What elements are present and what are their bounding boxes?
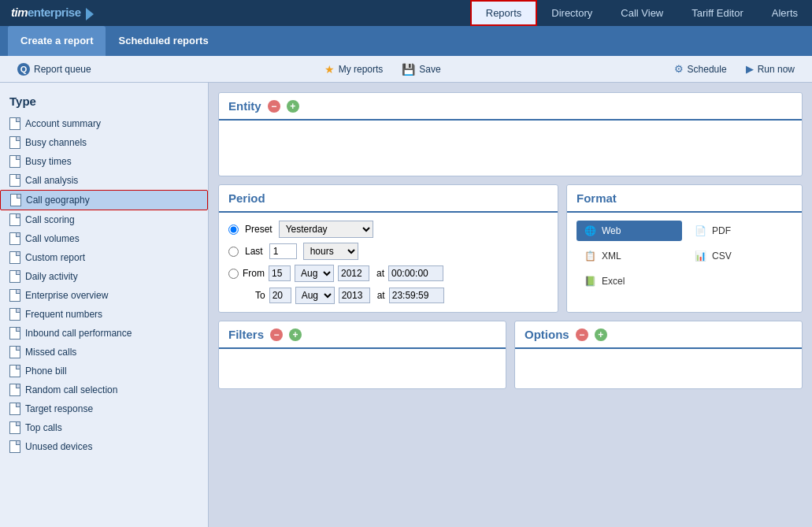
schedule-label: Schedule [688,64,727,75]
schedule-button[interactable]: ⚙ Schedule [665,56,736,82]
floppy-icon: 💾 [402,63,415,76]
format-title: Format [577,191,617,205]
nav-item-alerts[interactable]: Alerts [758,0,812,26]
doc-icon [9,155,20,168]
options-remove-button[interactable]: − [576,328,588,341]
to-at-label: at [377,290,385,301]
to-day-input[interactable] [269,288,291,303]
sidebar-item-call-volumes[interactable]: Call volumes [0,229,208,248]
sidebar-item-frequent-numbers[interactable]: Frequent numbers [0,305,208,324]
doc-icon [9,403,20,415]
to-month-select[interactable]: Aug [295,287,335,304]
format-csv-button[interactable]: 📊 CSV [687,246,792,266]
main-layout: Type Account summary Busy channels Busy … [0,83,812,527]
nav-item-directory[interactable]: Directory [537,0,606,26]
tab-scheduled-reports[interactable]: Scheduled reports [106,26,221,56]
sidebar-title: Type [0,91,208,114]
doc-icon [9,327,20,340]
sidebar-item-call-geography[interactable]: Call geography [0,190,208,210]
nav-item-tariff[interactable]: Tariff Editor [677,0,758,26]
period-panel: Period Preset Yesterday Last [218,184,558,313]
sidebar-item-top-calls[interactable]: Top calls [0,418,208,437]
from-at-label: at [376,268,384,279]
last-value-input[interactable] [269,243,297,259]
sidebar-item-custom-report[interactable]: Custom report [0,248,208,267]
sidebar-item-phone-bill[interactable]: Phone bill [0,362,208,380]
run-icon: ▶ [746,63,754,75]
sidebar-item-unused-devices[interactable]: Unused devices [0,437,208,456]
from-radio[interactable] [228,269,239,279]
save-button[interactable]: 💾 Save [392,56,450,82]
format-panel-body: 🌐 Web 📄 PDF 📋 XML 📊 [567,213,802,299]
sidebar-item-call-scoring[interactable]: Call scoring [0,210,208,229]
my-reports-button[interactable]: ★ My reports [315,56,393,82]
from-day-input[interactable] [269,265,291,281]
sidebar-item-missed-calls[interactable]: Missed calls [0,343,208,362]
xml-icon: 📋 [583,249,597,263]
doc-icon [9,117,20,130]
sidebar-item-inbound-call-performance[interactable]: Inbound call performance [0,324,208,343]
from-time-input[interactable] [388,265,443,281]
save-label: Save [419,64,440,75]
format-csv-label: CSV [712,251,732,262]
options-title: Options [525,328,569,341]
sidebar-item-account-summary[interactable]: Account summary [0,114,208,133]
format-excel-button[interactable]: 📗 Excel [577,271,682,291]
pdf-icon: 📄 [693,224,707,238]
filters-title: Filters [228,328,264,341]
options-panel: Options − + [514,321,803,389]
filters-add-button[interactable]: + [289,328,302,341]
filters-remove-button[interactable]: − [270,328,283,341]
doc-icon [9,270,20,283]
format-pdf-button[interactable]: 📄 PDF [687,221,792,241]
my-reports-label: My reports [339,64,384,75]
sidebar-item-random-call-selection[interactable]: Random call selection [0,380,208,399]
doc-icon [9,213,20,226]
sidebar-list: Account summary Busy channels Busy times… [0,114,208,456]
to-year-input[interactable] [339,288,370,303]
sidebar-item-busy-channels[interactable]: Busy channels [0,133,208,152]
doc-icon [9,346,20,358]
doc-icon [9,232,20,245]
last-unit-select[interactable]: hours [303,243,358,260]
report-queue-label: Report queue [34,64,91,75]
to-time-input[interactable] [389,288,444,303]
sidebar-item-daily-activity[interactable]: Daily activity [0,267,208,286]
sidebar-item-target-response[interactable]: Target response [0,399,208,418]
last-row: Last hours [228,243,548,260]
doc-icon [9,440,20,453]
report-queue-button[interactable]: Q Report queue [8,56,101,82]
filters-options-row: Filters − + Options − + [218,321,803,389]
csv-icon: 📊 [693,249,707,263]
doc-icon [9,421,20,434]
sidebar-item-call-analysis[interactable]: Call analysis [0,171,208,190]
logo-arrow-icon [86,8,94,20]
star-icon: ★ [324,63,335,76]
entity-remove-button[interactable]: − [268,100,280,113]
preset-select[interactable]: Yesterday [279,221,373,238]
from-row: From Aug at [228,265,548,282]
preset-radio[interactable] [228,225,239,235]
from-year-input[interactable] [338,265,369,281]
format-web-button[interactable]: 🌐 Web [577,221,682,241]
sidebar-item-busy-times[interactable]: Busy times [0,152,208,171]
top-navigation: timenterprise Reports Directory Call Vie… [0,0,812,26]
options-add-button[interactable]: + [595,328,607,341]
filters-panel-body [219,349,506,388]
period-format-row: Period Preset Yesterday Last [218,184,803,313]
doc-icon [9,174,20,187]
last-radio[interactable] [228,247,239,257]
format-xml-label: XML [602,251,621,262]
sidebar-item-enterprise-overview[interactable]: Enterprise overview [0,286,208,305]
format-xml-button[interactable]: 📋 XML [577,246,682,266]
filters-panel-header: Filters − + [219,321,506,349]
nav-item-reports[interactable]: Reports [470,0,538,26]
tab-create-report[interactable]: Create a report [8,26,106,56]
entity-add-button[interactable]: + [287,100,299,113]
from-month-select[interactable]: Aug [295,265,334,282]
nav-item-callview[interactable]: Call View [606,0,677,26]
format-web-label: Web [602,225,621,236]
entity-panel-body [219,121,802,176]
entity-title: Entity [228,99,261,113]
run-now-button[interactable]: ▶ Run now [736,56,804,82]
